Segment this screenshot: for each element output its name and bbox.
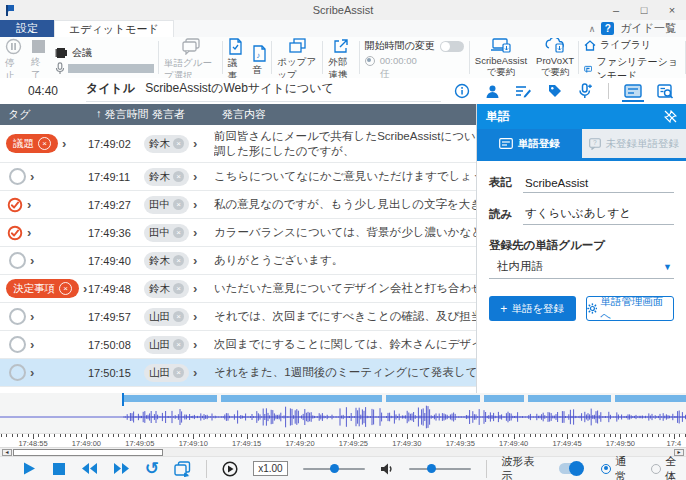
- remove-tag-icon[interactable]: ×: [38, 137, 51, 150]
- provoxt-summary-button[interactable]: ProVoXTで要約: [536, 38, 574, 77]
- guide-list-link[interactable]: ガイド一覧: [620, 21, 676, 36]
- remove-tag-icon[interactable]: ×: [59, 282, 72, 295]
- remove-speaker-icon[interactable]: ×: [173, 311, 184, 322]
- empty-tag-icon[interactable]: [9, 168, 26, 185]
- col-speaker[interactable]: 発言者: [152, 107, 222, 122]
- tag-pill[interactable]: 議題×: [6, 134, 58, 153]
- speech-segment[interactable]: [123, 395, 217, 402]
- register-word-button[interactable]: + 単語を登録: [489, 296, 576, 321]
- speaker-chevron-icon[interactable]: ›: [193, 225, 197, 240]
- expand-chevron-icon[interactable]: ›: [62, 136, 66, 151]
- waveform-toggle[interactable]: [559, 463, 582, 474]
- expand-chevron-icon[interactable]: ›: [27, 225, 31, 240]
- zero-time-radio[interactable]: [365, 56, 375, 66]
- table-row[interactable]: 議題×›17:49:02鈴木×›前回皆さんにメールで共有したScribeAssi…: [0, 125, 476, 163]
- speaker-chevron-icon[interactable]: ›: [193, 197, 197, 212]
- popup-button[interactable]: ポップアップ: [277, 38, 318, 82]
- table-row[interactable]: ›17:49:57山田×›それでは、次回までにすべきことの確認、及び担当者を決め…: [0, 303, 476, 331]
- remove-speaker-icon[interactable]: ×: [173, 367, 184, 378]
- memo-edit-icon[interactable]: [515, 84, 532, 99]
- close-button[interactable]: ×: [658, 0, 686, 20]
- speaker-chip[interactable]: 田中×: [144, 196, 189, 214]
- volume-icon[interactable]: [380, 462, 394, 476]
- word-group-select[interactable]: 社内用語 ▼: [489, 255, 674, 279]
- title-input[interactable]: タイトル ScribeAssistのWebサイトについて: [86, 80, 441, 102]
- surface-input[interactable]: ScribeAssist: [523, 177, 674, 193]
- speaker-chip[interactable]: 田中×: [144, 224, 189, 242]
- mic-add-icon[interactable]: [578, 83, 593, 99]
- speed-value[interactable]: x1.00: [253, 461, 287, 476]
- speaker-chevron-icon[interactable]: ›: [193, 337, 197, 352]
- remove-speaker-icon[interactable]: ×: [173, 227, 184, 238]
- stop-button[interactable]: [52, 462, 66, 476]
- speaker-chevron-icon[interactable]: ›: [193, 365, 197, 380]
- speech-segment[interactable]: [484, 395, 524, 402]
- table-row[interactable]: ›17:50:15山田×›それをまた、1週間後のミーティングにて発表していただき…: [0, 359, 476, 387]
- empty-tag-icon[interactable]: [9, 364, 26, 381]
- expand-chevron-icon[interactable]: ›: [30, 309, 34, 324]
- speaker-chevron-icon[interactable]: ›: [193, 281, 197, 296]
- doc-search-icon[interactable]: [657, 84, 674, 99]
- col-content[interactable]: 発言内容: [222, 107, 476, 122]
- speaker-chip[interactable]: 山田×: [144, 364, 189, 382]
- expand-chevron-icon[interactable]: ›: [30, 337, 34, 352]
- speaker-chevron-icon[interactable]: ›: [193, 169, 197, 184]
- speech-segment[interactable]: [386, 395, 480, 402]
- library-button[interactable]: ライブラリ: [584, 38, 651, 52]
- empty-tag-icon[interactable]: [9, 252, 26, 269]
- speaker-chip[interactable]: 鈴木×: [144, 252, 189, 270]
- scrollbar-thumb[interactable]: [13, 449, 163, 456]
- reading-input[interactable]: すくらいぶあしすと: [523, 206, 674, 225]
- rewind-button[interactable]: [81, 462, 98, 475]
- check-tag-icon[interactable]: [7, 197, 23, 213]
- tab-edit-mode[interactable]: エディットモード: [54, 20, 174, 37]
- table-row[interactable]: ›17:50:08山田×›次回までにすることに関しては、鈴木さんにデザインのブラ…: [0, 331, 476, 359]
- empty-tag-icon[interactable]: [9, 336, 26, 353]
- table-row[interactable]: ›17:49:27田中×›私の意見なのですが、もう少し見出しの文字を大きくしても…: [0, 191, 476, 219]
- remove-speaker-icon[interactable]: ×: [173, 283, 184, 294]
- speaker-chip[interactable]: 山田×: [144, 336, 189, 354]
- tab-word-register[interactable]: 単語登録: [477, 129, 582, 158]
- continuous-play-icon[interactable]: [174, 461, 191, 477]
- speed-slider[interactable]: [303, 464, 365, 473]
- expand-chevron-icon[interactable]: ›: [30, 253, 34, 268]
- speech-segment[interactable]: [615, 395, 686, 402]
- table-row[interactable]: 決定事項×›17:49:48鈴木×›いただいた意見についてデザイン会社と打ち合わ…: [0, 275, 476, 303]
- speaker-manage-icon[interactable]: [485, 84, 500, 99]
- col-tag[interactable]: タグ: [0, 107, 96, 122]
- remove-speaker-icon[interactable]: ×: [173, 171, 184, 182]
- empty-tag-icon[interactable]: [9, 308, 26, 325]
- start-time-toggle[interactable]: [440, 41, 464, 52]
- title-value[interactable]: ScribeAssistのWebサイトについて: [145, 80, 334, 97]
- table-row[interactable]: ›17:49:36田中×›カラーバランスについては、背景が少し濃いかなと思います…: [0, 219, 476, 247]
- check-tag-icon[interactable]: [7, 225, 23, 241]
- tag-pill[interactable]: 決定事項×: [6, 279, 79, 298]
- word-panel-icon[interactable]: [624, 84, 642, 98]
- speaker-chevron-icon[interactable]: ›: [193, 309, 197, 324]
- word-group-select-button[interactable]: 単語グループ選択: [164, 38, 218, 83]
- tab-unregistered-words[interactable]: ? 未登録単語登録: [582, 129, 686, 158]
- remove-speaker-icon[interactable]: ×: [173, 339, 184, 350]
- minimize-button[interactable]: –: [602, 0, 630, 20]
- external-link-button[interactable]: 外部連携: [328, 38, 355, 82]
- remove-speaker-icon[interactable]: ×: [173, 199, 184, 210]
- remove-speaker-icon[interactable]: ×: [173, 138, 184, 149]
- table-row[interactable]: ›17:49:11鈴木×›こちらについてなにかご意見いただけますでしょうか。: [0, 163, 476, 191]
- expand-chevron-icon[interactable]: ›: [30, 169, 34, 184]
- end-button[interactable]: 終了: [31, 39, 46, 82]
- fast-forward-button[interactable]: [113, 462, 130, 475]
- maximize-button[interactable]: □: [630, 0, 658, 20]
- speech-segment[interactable]: [221, 395, 382, 402]
- expand-chevron-icon[interactable]: ›: [83, 281, 87, 296]
- play-button[interactable]: [22, 461, 37, 476]
- speaker-chevron-icon[interactable]: ›: [193, 136, 197, 151]
- replay-icon[interactable]: ↺: [145, 460, 159, 477]
- speech-segment[interactable]: [528, 395, 611, 402]
- info-icon[interactable]: [454, 83, 470, 99]
- speaker-chip[interactable]: 鈴木×: [144, 135, 189, 153]
- speaker-chip[interactable]: 鈴木×: [144, 280, 189, 298]
- speaker-chip[interactable]: 山田×: [144, 308, 189, 326]
- word-manage-button[interactable]: 単語管理画面へ: [586, 296, 675, 321]
- col-time[interactable]: ↑発言時間: [96, 107, 152, 122]
- unpin-icon[interactable]: [664, 110, 677, 123]
